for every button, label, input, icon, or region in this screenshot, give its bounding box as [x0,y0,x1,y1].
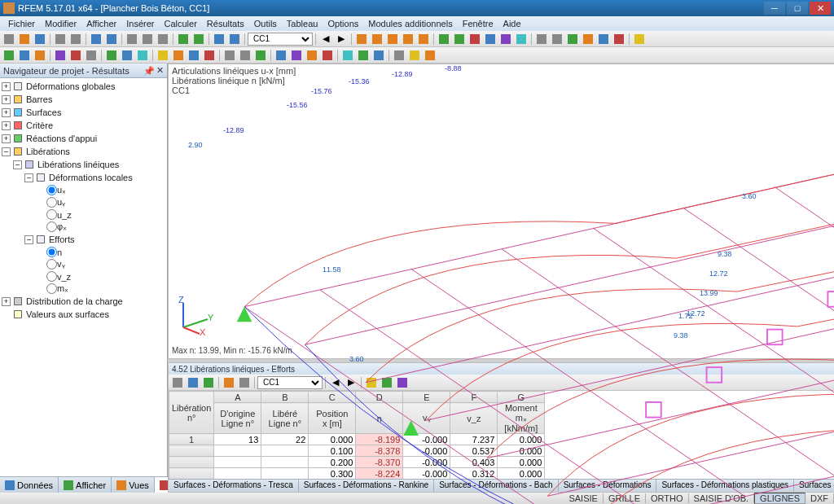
radio-mx[interactable] [46,283,57,294]
tb-a5[interactable] [596,32,611,46]
tree-toggle[interactable]: + [2,82,11,91]
tb-v5[interactable] [416,32,431,46]
tb2-3[interactable] [33,48,47,63]
tb-a3[interactable] [565,32,580,46]
node-liblin[interactable]: Libérations linéiques [37,160,119,169]
tb2-20[interactable] [320,48,335,63]
tb2-11[interactable] [171,48,186,63]
nav-tab-donnees[interactable]: Données [0,477,59,493]
tree-toggle[interactable]: – [13,160,22,169]
tb2-17[interactable] [274,48,288,63]
radio-n[interactable] [46,247,57,257]
tb2-26[interactable] [423,48,437,63]
viewport-3d[interactable]: Articulations linéiques u-x [mm] Libérat… [168,64,834,359]
tb-v1[interactable] [354,32,369,46]
tb-a1[interactable] [534,32,549,46]
tb-undo[interactable] [89,32,103,46]
tb-pan[interactable] [227,32,242,46]
tree-toggle[interactable]: + [2,134,11,143]
tb2-12[interactable] [187,48,201,63]
tb2-22[interactable] [356,48,371,63]
tb2-21[interactable] [340,48,355,63]
label-mx[interactable]: mₓ [57,283,68,294]
tb2-25[interactable] [407,48,422,63]
label-ux[interactable]: uₓ [57,185,66,195]
tb-help[interactable] [632,32,647,46]
tb2-14[interactable] [222,48,237,63]
menu-calculer[interactable]: Calculer [159,18,201,29]
radio-phix[interactable] [46,221,57,232]
tb-a6[interactable] [612,32,626,46]
tb2-19[interactable] [305,48,319,63]
tb-redo[interactable] [104,32,119,46]
label-phix[interactable]: φₓ [57,221,67,232]
tb-next[interactable]: ▶ [334,32,349,46]
tb-open[interactable] [17,32,32,46]
menu-modifier[interactable]: Modifier [40,18,81,29]
tb-printprev[interactable] [68,32,83,46]
tb-copy[interactable] [140,32,155,46]
radio-uz[interactable] [46,209,57,220]
tb-print[interactable] [53,32,68,46]
tree-toggle[interactable]: + [2,108,11,117]
radio-uy[interactable] [46,197,57,208]
tb2-16[interactable] [253,48,268,63]
tree-toggle[interactable]: – [2,147,11,156]
tb2-1[interactable] [2,48,16,63]
tree-toggle[interactable]: – [24,235,33,244]
tb2-4[interactable] [53,48,68,63]
node-barres[interactable]: Barres [26,94,52,104]
node-distrib[interactable]: Distribution de la charge [26,296,123,306]
label-uy[interactable]: uᵧ [57,197,65,208]
tb2-7[interactable] [104,48,119,63]
tb2-5[interactable] [68,48,83,63]
tb-r3[interactable] [467,32,482,46]
tb-r4[interactable] [483,32,498,46]
tree-toggle[interactable]: + [2,121,11,130]
tb2-6[interactable] [84,48,99,63]
tb-calc[interactable] [176,32,191,46]
tb-prev[interactable]: ◀ [318,32,333,46]
radio-vz[interactable] [46,271,57,282]
menu-aide[interactable]: Aide [498,18,526,29]
tree-toggle[interactable]: – [24,173,33,182]
label-vz[interactable]: v_z [57,272,71,282]
nav-tab-vues[interactable]: Vues [112,477,155,493]
menu-inserer[interactable]: Insérer [121,18,159,29]
menu-fichier[interactable]: Fichier [3,18,40,29]
node-liberations[interactable]: Libérations [26,147,70,156]
node-efforts[interactable]: Efforts [49,234,75,244]
tb2-13[interactable] [202,48,217,63]
minimize-button[interactable]: ─ [764,2,785,15]
tb-v4[interactable] [401,32,415,46]
menu-afficher[interactable]: Afficher [81,18,121,29]
radio-ux[interactable] [46,185,57,195]
label-n[interactable]: n [57,248,62,257]
tb2-10[interactable] [156,48,170,63]
maximize-button[interactable]: □ [787,2,808,15]
nav-tab-afficher[interactable]: Afficher [59,477,112,493]
tb-r5[interactable] [498,32,513,46]
tb2-23[interactable] [371,48,386,63]
tb-save[interactable] [33,32,47,46]
loadcase-combo[interactable]: CC1 [248,33,313,46]
menu-fenetre[interactable]: Fenêtre [458,18,498,29]
tb-a4[interactable] [581,32,595,46]
navigator-close[interactable]: ✕ [156,65,164,76]
menu-options[interactable]: Options [323,18,363,29]
tb-calcall[interactable] [191,32,206,46]
close-button[interactable]: ✕ [810,2,831,15]
menu-resultats[interactable]: Résultats [202,18,249,29]
tb-r2[interactable] [452,32,467,46]
tree-toggle[interactable]: + [2,297,11,306]
pin-icon[interactable]: 📌 [143,66,153,76]
tb2-2[interactable] [17,48,32,63]
label-uz[interactable]: u_z [57,210,72,220]
node-surfaces[interactable]: Surfaces [26,107,61,117]
menu-outils[interactable]: Outils [249,18,282,29]
tb2-15[interactable] [238,48,252,63]
node-deflocal[interactable]: Déformations locales [49,173,133,182]
tb2-8[interactable] [120,48,134,63]
tb-a2[interactable] [550,32,564,46]
tree-toggle[interactable]: + [2,95,11,104]
